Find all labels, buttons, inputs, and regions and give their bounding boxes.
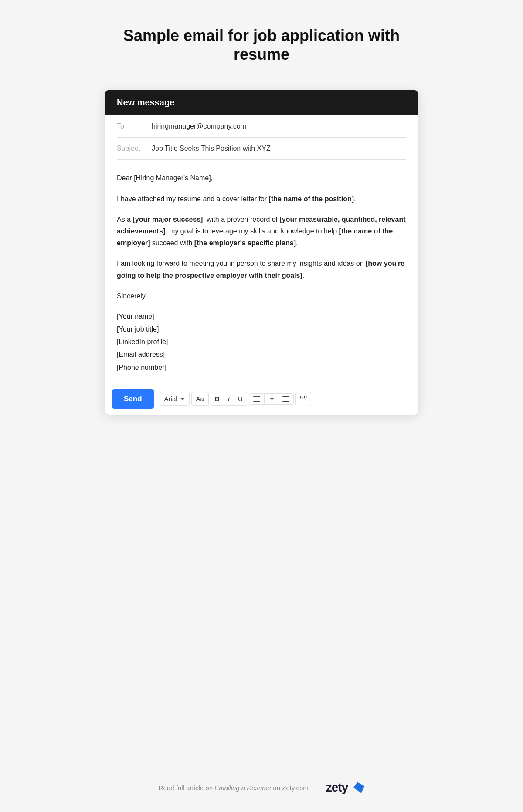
align-dropdown-button[interactable] [265,395,278,403]
signature-name: [Your name] [117,311,406,322]
subject-label: Subject [117,145,152,152]
signature-linkedin: [LinkedIn profile] [117,336,406,348]
signature-phone: [Phone number] [117,362,406,373]
text-format-group: B I U [211,392,247,406]
to-label: To [117,122,152,130]
email-header: New message [105,90,418,115]
quote-icon: “” [299,395,307,403]
email-fields: To hiringmanager@company.com Subject Job… [105,115,418,160]
underline-button[interactable]: U [234,392,247,405]
subject-field-row: Subject Job Title Seeks This Position wi… [117,138,406,160]
font-selector[interactable]: Arial [160,392,190,406]
font-chevron-icon [180,398,185,400]
indent-button[interactable] [278,394,293,404]
footer-suffix: on Zety.com [271,784,309,792]
paragraph-1: I have attached my resume and a cover le… [117,193,406,205]
svg-marker-1 [353,782,364,793]
subject-value[interactable]: Job Title Seeks This Position with XYZ [152,145,271,152]
italic-button[interactable]: I [224,392,234,405]
email-body[interactable]: Dear [Hiring Manager's Name], I have att… [105,160,418,382]
email-card: New message To hiringmanager@company.com… [105,90,418,414]
align-left-button[interactable] [249,394,265,404]
email-toolbar: Send Arial Aa B I U [105,383,418,415]
indent-icon [282,396,289,402]
closing: Sincerely, [117,290,406,302]
bold-button[interactable]: B [211,392,224,405]
footer-link[interactable]: Emailing a Resume [214,784,271,792]
footer-text: Read full article on Emailing a Resume o… [159,784,309,792]
footer: Read full article on Emailing a Resume o… [105,781,418,795]
to-value[interactable]: hiringmanager@company.com [152,122,246,130]
zety-diamond-icon [350,781,364,795]
align-chevron-icon [270,398,274,400]
email-header-title: New message [117,98,174,107]
paragraph-3: I am looking forward to meeting you in p… [117,257,406,281]
to-field-row: To hiringmanager@company.com [117,115,406,138]
greeting: Dear [Hiring Manager's Name], [117,172,406,184]
signature-email: [Email address] [117,348,406,360]
page-title: Sample email for job application with re… [109,26,414,64]
font-label: Arial [164,395,177,403]
align-left-icon [253,396,260,402]
signature-job-title: [Your job title] [117,323,406,335]
email-signature: [Your name] [Your job title] [LinkedIn p… [117,311,406,373]
alignment-group [249,393,294,405]
quote-button[interactable]: “” [295,392,311,406]
zety-logo: zety [326,781,364,795]
zety-wordmark: zety [326,781,348,795]
footer-prefix: Read full article on [159,784,214,792]
font-size-button[interactable]: Aa [191,392,209,406]
send-button[interactable]: Send [112,389,154,409]
paragraph-2: As a [your major success], with a proven… [117,213,406,249]
